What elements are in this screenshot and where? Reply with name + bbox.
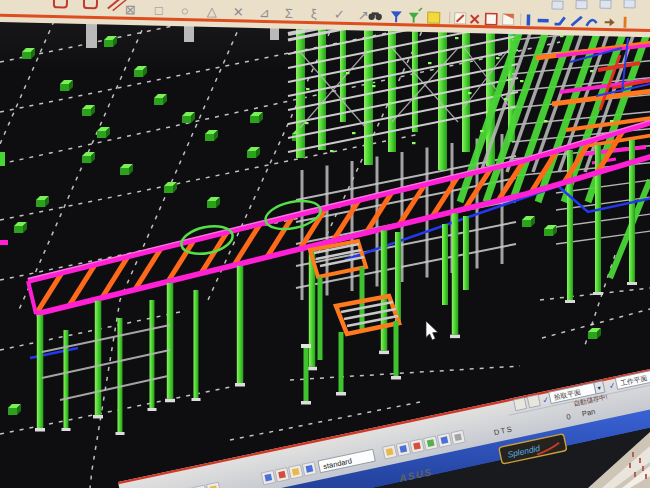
left-edge-magenta-member[interactable] [0, 240, 8, 245]
create-beam-icon[interactable] [538, 19, 549, 23]
red-corner-box-icon[interactable] [503, 14, 514, 25]
sum-tool-icon[interactable]: Σ [285, 6, 293, 21]
delete-tool-icon[interactable]: ✕ [233, 4, 244, 19]
ribbon-icon-plane-b[interactable] [527, 395, 540, 408]
angle-tool-icon[interactable]: ⊿ [259, 5, 270, 20]
ribbon-icon-plane-a[interactable] [514, 398, 527, 411]
ribbon-tool-icon[interactable] [289, 465, 303, 479]
ribbon-tool-icon[interactable] [437, 433, 451, 447]
ribbon-tool-icon[interactable] [424, 436, 438, 450]
create-column-icon[interactable] [527, 14, 531, 25]
new-view-icon[interactable] [428, 12, 440, 23]
ribbon-tool-icon[interactable] [261, 471, 275, 485]
check-tool-icon[interactable]: ✓ [334, 7, 345, 22]
orthogonal-icon[interactable] [624, 17, 627, 28]
ribbon-tool-icon[interactable] [410, 439, 424, 453]
filter-tool-icon[interactable]: ξ [311, 6, 317, 21]
left-edge-green-member[interactable] [0, 152, 5, 166]
circle-tool-icon[interactable]: ○ [181, 3, 189, 18]
rect-tool-icon[interactable]: □ [155, 3, 163, 18]
clash-check-icon[interactable]: ⊠ [125, 2, 136, 17]
ribbon-tool-icon[interactable] [383, 445, 397, 459]
red-box-icon[interactable] [486, 13, 497, 24]
pencil-red-icon[interactable] [455, 13, 466, 24]
ribbon-tool-icon[interactable] [451, 430, 465, 444]
arrow-tool-icon[interactable]: ↗ [358, 7, 369, 22]
triangle-tool-icon[interactable]: △ [207, 4, 217, 19]
monitor-photo: ⊠ □ ○ △ ✕ ⊿ Σ ξ ✓ ↗ [0, 0, 650, 488]
ribbon-tool-icon[interactable] [396, 442, 410, 456]
ribbon-tool-icon[interactable] [302, 462, 316, 476]
ribbon-tool-icon[interactable] [275, 468, 289, 482]
